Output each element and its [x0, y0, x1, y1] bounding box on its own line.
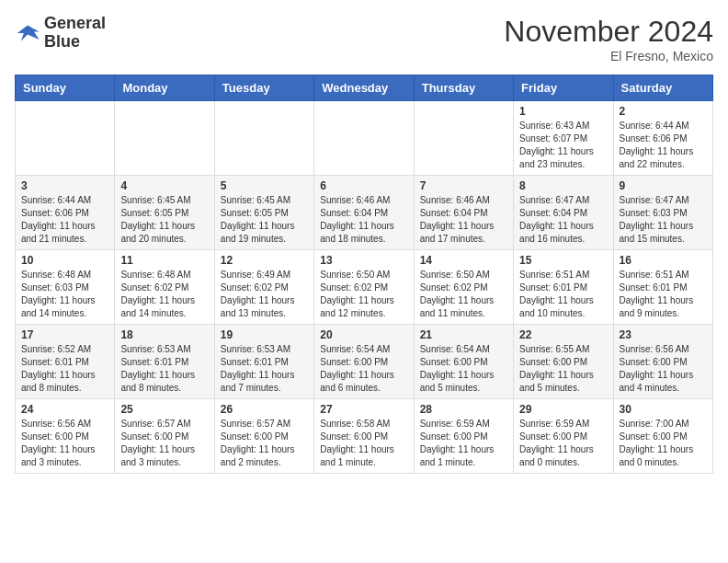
- logo-bird-icon: [15, 20, 40, 46]
- calendar: SundayMondayTuesdayWednesdayThursdayFrid…: [15, 75, 713, 474]
- calendar-cell: 26Sunrise: 6:57 AM Sunset: 6:00 PM Dayli…: [214, 399, 313, 474]
- day-info: Sunrise: 6:59 AM Sunset: 6:00 PM Dayligh…: [519, 418, 607, 469]
- weekday-header: Friday: [514, 75, 613, 101]
- day-info: Sunrise: 6:44 AM Sunset: 6:06 PM Dayligh…: [620, 120, 707, 171]
- day-number: 30: [620, 403, 707, 416]
- weekday-header: Thursday: [414, 75, 513, 101]
- location: El Fresno, Mexico: [504, 49, 713, 63]
- day-number: 25: [120, 403, 208, 416]
- day-number: 26: [221, 403, 308, 416]
- day-info: Sunrise: 6:46 AM Sunset: 6:04 PM Dayligh…: [420, 194, 507, 246]
- calendar-cell: 14Sunrise: 6:50 AM Sunset: 6:02 PM Dayli…: [414, 250, 513, 325]
- calendar-cell: 18Sunrise: 6:53 AM Sunset: 6:01 PM Dayli…: [115, 325, 214, 399]
- day-number: 17: [21, 328, 108, 341]
- day-number: 21: [420, 328, 507, 341]
- day-number: 4: [120, 179, 208, 192]
- day-number: 29: [519, 403, 607, 416]
- day-number: 12: [221, 254, 308, 267]
- day-info: Sunrise: 6:47 AM Sunset: 6:03 PM Dayligh…: [620, 194, 707, 246]
- day-info: Sunrise: 6:48 AM Sunset: 6:03 PM Dayligh…: [21, 269, 108, 320]
- calendar-cell: 5Sunrise: 6:45 AM Sunset: 6:05 PM Daylig…: [214, 176, 313, 250]
- calendar-cell: 19Sunrise: 6:53 AM Sunset: 6:01 PM Dayli…: [214, 325, 313, 399]
- calendar-cell: 30Sunrise: 7:00 AM Sunset: 6:00 PM Dayli…: [613, 399, 712, 474]
- day-info: Sunrise: 6:50 AM Sunset: 6:02 PM Dayligh…: [320, 269, 407, 320]
- weekday-header: Sunday: [16, 75, 115, 101]
- calendar-cell: 27Sunrise: 6:58 AM Sunset: 6:00 PM Dayli…: [314, 399, 414, 474]
- day-info: Sunrise: 6:53 AM Sunset: 6:01 PM Dayligh…: [221, 343, 308, 395]
- calendar-cell: 2Sunrise: 6:44 AM Sunset: 6:06 PM Daylig…: [613, 101, 712, 176]
- day-info: Sunrise: 6:47 AM Sunset: 6:04 PM Dayligh…: [519, 194, 607, 246]
- weekday-header: Wednesday: [314, 75, 414, 101]
- day-info: Sunrise: 7:00 AM Sunset: 6:00 PM Dayligh…: [620, 418, 707, 469]
- calendar-week-row: 10Sunrise: 6:48 AM Sunset: 6:03 PM Dayli…: [16, 250, 713, 325]
- day-info: Sunrise: 6:57 AM Sunset: 6:00 PM Dayligh…: [221, 418, 308, 469]
- day-info: Sunrise: 6:56 AM Sunset: 6:00 PM Dayligh…: [21, 418, 108, 469]
- day-info: Sunrise: 6:45 AM Sunset: 6:05 PM Dayligh…: [221, 194, 308, 246]
- day-number: 7: [420, 179, 507, 192]
- day-info: Sunrise: 6:51 AM Sunset: 6:01 PM Dayligh…: [519, 269, 607, 320]
- day-info: Sunrise: 6:51 AM Sunset: 6:01 PM Dayligh…: [620, 269, 707, 320]
- day-number: 3: [21, 179, 108, 192]
- weekday-header: Saturday: [613, 75, 712, 101]
- day-number: 15: [519, 254, 607, 267]
- weekday-header: Tuesday: [214, 75, 313, 101]
- weekday-header: Monday: [115, 75, 214, 101]
- day-number: 9: [620, 179, 707, 192]
- svg-marker-0: [17, 25, 40, 40]
- calendar-cell: 21Sunrise: 6:54 AM Sunset: 6:00 PM Dayli…: [414, 325, 513, 399]
- calendar-cell: 6Sunrise: 6:46 AM Sunset: 6:04 PM Daylig…: [314, 176, 414, 250]
- day-number: 1: [519, 105, 607, 118]
- day-info: Sunrise: 6:43 AM Sunset: 6:07 PM Dayligh…: [519, 120, 607, 171]
- day-info: Sunrise: 6:57 AM Sunset: 6:00 PM Dayligh…: [120, 418, 208, 469]
- day-info: Sunrise: 6:50 AM Sunset: 6:02 PM Dayligh…: [420, 269, 507, 320]
- day-number: 10: [21, 254, 108, 267]
- day-number: 13: [320, 254, 407, 267]
- calendar-cell: 23Sunrise: 6:56 AM Sunset: 6:00 PM Dayli…: [613, 325, 712, 399]
- day-number: 16: [620, 254, 707, 267]
- day-info: Sunrise: 6:58 AM Sunset: 6:00 PM Dayligh…: [320, 418, 407, 469]
- day-info: Sunrise: 6:59 AM Sunset: 6:00 PM Dayligh…: [420, 418, 507, 469]
- calendar-header-row: SundayMondayTuesdayWednesdayThursdayFrid…: [16, 75, 713, 101]
- calendar-cell: 8Sunrise: 6:47 AM Sunset: 6:04 PM Daylig…: [514, 176, 613, 250]
- day-info: Sunrise: 6:49 AM Sunset: 6:02 PM Dayligh…: [221, 269, 308, 320]
- calendar-week-row: 1Sunrise: 6:43 AM Sunset: 6:07 PM Daylig…: [16, 101, 713, 176]
- calendar-cell: [115, 101, 214, 176]
- day-number: 11: [120, 254, 208, 267]
- day-info: Sunrise: 6:44 AM Sunset: 6:06 PM Dayligh…: [21, 194, 108, 246]
- day-info: Sunrise: 6:48 AM Sunset: 6:02 PM Dayligh…: [120, 269, 208, 320]
- title-block: November 2024 El Fresno, Mexico: [504, 15, 713, 63]
- calendar-cell: 7Sunrise: 6:46 AM Sunset: 6:04 PM Daylig…: [414, 176, 513, 250]
- day-number: 6: [320, 179, 407, 192]
- calendar-week-row: 24Sunrise: 6:56 AM Sunset: 6:00 PM Dayli…: [16, 399, 713, 474]
- day-number: 27: [320, 403, 407, 416]
- calendar-cell: 1Sunrise: 6:43 AM Sunset: 6:07 PM Daylig…: [514, 101, 613, 176]
- calendar-cell: [414, 101, 513, 176]
- day-number: 24: [21, 403, 108, 416]
- calendar-cell: [214, 101, 313, 176]
- day-info: Sunrise: 6:56 AM Sunset: 6:00 PM Dayligh…: [620, 343, 707, 395]
- day-info: Sunrise: 6:45 AM Sunset: 6:05 PM Dayligh…: [120, 194, 208, 246]
- calendar-cell: 3Sunrise: 6:44 AM Sunset: 6:06 PM Daylig…: [16, 176, 115, 250]
- day-number: 18: [120, 328, 208, 341]
- calendar-cell: 16Sunrise: 6:51 AM Sunset: 6:01 PM Dayli…: [613, 250, 712, 325]
- day-number: 22: [519, 328, 607, 341]
- calendar-cell: 11Sunrise: 6:48 AM Sunset: 6:02 PM Dayli…: [115, 250, 214, 325]
- logo: General Blue: [15, 15, 106, 52]
- calendar-week-row: 17Sunrise: 6:52 AM Sunset: 6:01 PM Dayli…: [16, 325, 713, 399]
- page-header: General Blue November 2024 El Fresno, Me…: [15, 15, 713, 63]
- calendar-cell: 12Sunrise: 6:49 AM Sunset: 6:02 PM Dayli…: [214, 250, 313, 325]
- calendar-cell: [314, 101, 414, 176]
- day-number: 28: [420, 403, 507, 416]
- day-info: Sunrise: 6:55 AM Sunset: 6:00 PM Dayligh…: [519, 343, 607, 395]
- day-number: 2: [620, 105, 707, 118]
- day-number: 8: [519, 179, 607, 192]
- calendar-cell: 17Sunrise: 6:52 AM Sunset: 6:01 PM Dayli…: [16, 325, 115, 399]
- calendar-cell: 13Sunrise: 6:50 AM Sunset: 6:02 PM Dayli…: [314, 250, 414, 325]
- month-title: November 2024: [504, 15, 713, 49]
- calendar-week-row: 3Sunrise: 6:44 AM Sunset: 6:06 PM Daylig…: [16, 176, 713, 250]
- day-info: Sunrise: 6:52 AM Sunset: 6:01 PM Dayligh…: [21, 343, 108, 395]
- calendar-cell: 20Sunrise: 6:54 AM Sunset: 6:00 PM Dayli…: [314, 325, 414, 399]
- day-number: 23: [620, 328, 707, 341]
- day-number: 19: [221, 328, 308, 341]
- day-number: 20: [320, 328, 407, 341]
